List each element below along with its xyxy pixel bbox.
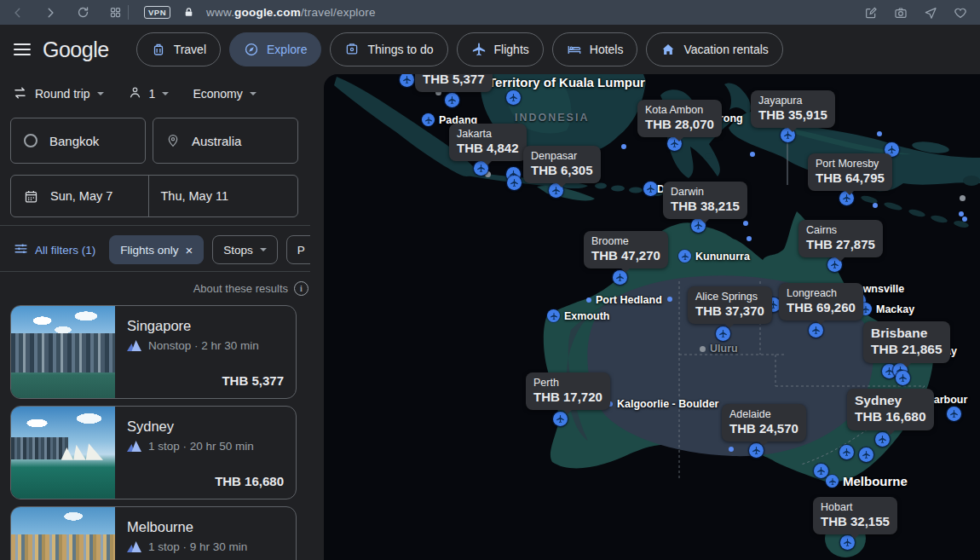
nav-vacation-rentals[interactable]: Vacation rentals [646, 32, 782, 66]
airport-marker-icon[interactable] [839, 445, 854, 459]
price: THB 5,377 [222, 373, 284, 388]
back-icon[interactable] [10, 5, 26, 20]
chip-flights-only[interactable]: Flights only× [109, 235, 204, 264]
price-label-city: Darwin [671, 186, 740, 198]
map-price-label-adelaide[interactable]: AdelaideTHB 24,570 [722, 404, 806, 442]
price-label-amount: THB 37,370 [695, 303, 764, 318]
city-name: Melbourne [843, 474, 908, 488]
airport-marker-icon[interactable] [826, 475, 839, 488]
airport-marker-icon[interactable] [547, 309, 560, 322]
google-travel-explore-page: VPN www.google.com/travel/explore Google… [0, 0, 980, 560]
airport-marker-icon[interactable] [678, 250, 691, 263]
airline-logo-icon [127, 441, 141, 452]
chip-label: Stops [223, 244, 253, 257]
airport-marker-icon[interactable] [507, 176, 522, 190]
map-price-label-cropped[interactable]: THB 5,377 [415, 74, 493, 92]
map-price-label-jakarta[interactable]: JakartaTHB 4,842 [449, 124, 527, 161]
airport-marker-icon[interactable] [859, 447, 873, 462]
map-price-label-brisbane[interactable]: BrisbaneTHB 21,865 [863, 321, 950, 363]
vpn-badge[interactable]: VPN [144, 6, 170, 19]
small-city-dot [729, 447, 734, 452]
map-price-label-port-moresby[interactable]: Port MoresbyTHB 64,795 [808, 153, 892, 191]
forward-icon[interactable] [43, 5, 58, 20]
result-card-melbourne[interactable]: Melbourne1 stop · 9 hr 30 min [10, 506, 297, 560]
reload-icon[interactable] [75, 5, 90, 20]
about-these-results[interactable]: About these results i [193, 281, 308, 296]
city-name: Exmouth [564, 310, 609, 322]
poi-dot [960, 195, 966, 201]
melbourne-photo [11, 507, 115, 560]
airline-logo-icon [127, 340, 141, 351]
chevron-down-icon [162, 92, 169, 99]
apps-grid-icon[interactable] [107, 5, 123, 20]
nav-travel[interactable]: Travel [136, 32, 221, 66]
tune-filter-icon [14, 241, 28, 258]
url-text[interactable]: www.google.com/travel/explore [206, 6, 376, 19]
nav-label: Things to do [367, 43, 433, 56]
city-name: ownsville [856, 283, 904, 295]
menu-icon[interactable] [14, 43, 31, 55]
send-icon[interactable] [923, 5, 938, 20]
airport-marker-icon[interactable] [445, 93, 459, 107]
nav-label: Flights [494, 43, 529, 56]
nav-hotels[interactable]: Hotels [552, 32, 638, 66]
map-city-label-kalgoorlie-boulder: Kalgoorlie - Boulder [608, 398, 718, 410]
airport-marker-icon[interactable] [506, 90, 521, 105]
map-city-label-exmouth: Exmouth [547, 309, 609, 322]
all-filters-button[interactable]: All filters (1) [14, 241, 95, 258]
lock-icon[interactable] [181, 5, 196, 20]
map-city-label-uluru: Uluru [700, 343, 738, 355]
airport-marker-icon[interactable] [400, 74, 414, 87]
dates-field: Sun, May 7 Thu, May 11 [10, 175, 298, 217]
map-price-label-darwin[interactable]: DarwinTHB 38,215 [663, 182, 747, 219]
result-card-sydney[interactable]: Sydney1 stop · 20 hr 50 minTHB 16,680 [10, 406, 297, 499]
map-price-label-jayapura[interactable]: JayapuraTHB 35,915 [751, 90, 835, 128]
airport-marker-icon[interactable] [422, 113, 435, 126]
nav-flights[interactable]: Flights [457, 32, 544, 66]
price-label-amount: THB 47,270 [591, 248, 660, 263]
price-label-amount: THB 28,070 [645, 117, 714, 131]
map-price-label-broome[interactable]: BroomeTHB 47,270 [584, 231, 668, 268]
map-price-label-alice-springs[interactable]: Alice SpringsTHB 37,370 [688, 286, 772, 324]
filters-bar: All filters (1) Flights only×StopsP [0, 230, 310, 269]
map-price-label-hobart[interactable]: HobartTHB 32,155 [813, 497, 897, 534]
destination-name: Singapore [127, 318, 284, 334]
trip-type-dropdown[interactable]: Round trip [12, 86, 104, 102]
map-price-label-longreach[interactable]: LongreachTHB 69,260 [779, 283, 863, 320]
airport-marker-icon[interactable] [809, 323, 823, 338]
departure-date[interactable]: Sun, May 7 [11, 176, 148, 216]
google-logo[interactable]: Google [43, 38, 109, 62]
city-name: Mackay [876, 303, 914, 315]
map-price-label-kota-ambon[interactable]: Kota AmbonTHB 28,070 [637, 100, 722, 137]
destination-field[interactable]: Australia [153, 118, 298, 164]
airport-marker-icon[interactable] [716, 326, 730, 341]
map-price-label-denpasar[interactable]: DenpasarTHB 6,305 [523, 146, 601, 183]
map-price-label-cairns[interactable]: CairnsTHB 27,875 [798, 220, 883, 257]
chip-p[interactable]: P [286, 235, 310, 264]
nav-explore[interactable]: Explore [229, 32, 321, 66]
nav-things-to-do[interactable]: Things to do [330, 32, 447, 66]
origin-field[interactable]: Bangkok [10, 118, 146, 164]
explore-map[interactable]: Territory of Kuala LumpurINDONESIAPadang… [324, 74, 980, 560]
map-city-label-mackay: Mackay [859, 303, 914, 315]
airport-marker-icon[interactable] [896, 371, 910, 385]
map-price-label-perth[interactable]: PerthTHB 17,720 [526, 372, 610, 410]
small-city-dot [750, 152, 755, 157]
map-price-label-sydney[interactable]: SydneyTHB 16,680 [847, 389, 934, 430]
airport-marker-icon[interactable] [643, 182, 658, 196]
camera-icon[interactable] [893, 5, 908, 20]
hotel-icon [567, 42, 582, 57]
map-city-label-melbourne: Melbourne [826, 474, 908, 488]
price-label-city: Sydney [855, 393, 926, 408]
passengers-dropdown[interactable]: 1 [128, 85, 170, 102]
chip-stops[interactable]: Stops [212, 235, 278, 264]
price-label-amount: THB 64,795 [816, 170, 885, 185]
price-label-city: Brisbane [871, 326, 943, 341]
edit-bookmark-icon[interactable] [863, 5, 879, 20]
return-date[interactable]: Thu, May 11 [149, 176, 298, 216]
result-card-singapore[interactable]: SingaporeNonstop · 2 hr 30 minTHB 5,377 [10, 305, 297, 399]
cabin-class-dropdown[interactable]: Economy [193, 87, 256, 101]
heart-icon[interactable] [953, 5, 968, 20]
airport-marker-icon[interactable] [947, 407, 961, 421]
close-icon[interactable]: × [186, 243, 193, 257]
